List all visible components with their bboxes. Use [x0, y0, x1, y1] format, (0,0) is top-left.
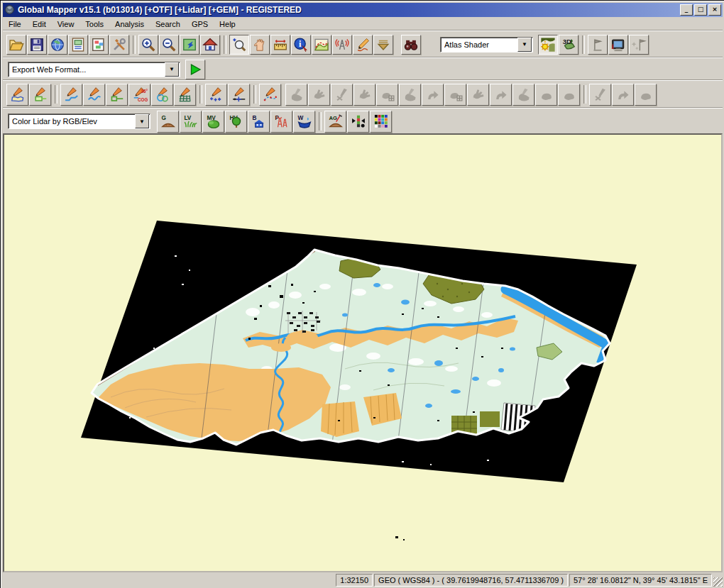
move-feature-button[interactable] [308, 84, 330, 106]
snap-feature-button[interactable] [535, 84, 557, 106]
svg-text:B: B [252, 115, 256, 121]
svg-text:3D: 3D [563, 37, 571, 45]
gps-info-button[interactable]: i [608, 35, 628, 55]
map-canvas[interactable] [3, 133, 723, 572]
hillshade-icon [540, 37, 556, 52]
copy-feature-button[interactable] [399, 84, 421, 106]
classify-high-vegetation-button[interactable]: HV [225, 111, 247, 133]
save-workspace-button[interactable] [27, 35, 47, 55]
menu-analysis[interactable]: Analysis [109, 18, 150, 30]
attribute-edit-button[interactable] [512, 84, 534, 106]
classify-low-vegetation-button[interactable]: LV [180, 111, 202, 133]
configuration-button[interactable] [109, 35, 129, 55]
open-file-button[interactable] [6, 35, 26, 55]
combo-dropdown-arrow-icon[interactable]: ▼ [517, 38, 532, 52]
zoom-out-button[interactable] [159, 35, 179, 55]
create-point-button[interactable] [205, 84, 227, 106]
export-format-combo-value: Export Web Format... [12, 65, 164, 74]
vertex-edit-button[interactable] [635, 84, 657, 106]
merge-features-button[interactable] [467, 84, 489, 106]
undo-edit-button[interactable] [589, 84, 611, 106]
create-range-ring-button[interactable] [259, 84, 281, 106]
create-grid-button[interactable] [174, 84, 196, 106]
redo-edit-button[interactable] [612, 84, 634, 106]
lidar-draw-mode-combo[interactable]: Color Lidar by RGB/Elev▼ [8, 113, 150, 129]
toolbar-separator [253, 85, 256, 104]
create-cogo-button[interactable]: 36°COGO [128, 84, 150, 106]
classify-water-button[interactable]: W [293, 111, 315, 133]
download-online-data-button[interactable] [48, 35, 67, 55]
gps-monitor-icon: i [610, 37, 626, 52]
scale-feature-button[interactable] [376, 84, 398, 106]
pen-circle-icon [155, 87, 170, 102]
close-button[interactable]: × [708, 4, 721, 16]
view-3d-button[interactable]: 3D [559, 35, 578, 55]
create-area-button[interactable] [6, 84, 28, 106]
paste-feature-button[interactable] [444, 84, 466, 106]
mark-waypoint-button[interactable] [588, 35, 608, 55]
delete-feature-button[interactable] [331, 84, 353, 106]
pan-tool-button[interactable] [250, 35, 270, 55]
lidar-building-icon: B [251, 113, 267, 129]
menu-tools[interactable]: Tools [79, 18, 109, 30]
trim-feature-button[interactable] [558, 84, 580, 106]
gps-tracking-button[interactable] [629, 35, 649, 55]
view-shed-button[interactable] [332, 35, 352, 55]
lidar-palette-icon [373, 113, 389, 129]
edit-feature-button[interactable] [285, 84, 307, 106]
home-view-button[interactable] [200, 35, 220, 55]
status-bar: 1:32150 GEO ( WGS84 ) - ( 39.7619948716,… [3, 573, 723, 587]
shader-combo[interactable]: Atlas Shader▼ [440, 37, 533, 52]
create-line-button[interactable] [60, 84, 82, 106]
resize-grip[interactable] [713, 577, 723, 587]
split-feature-button[interactable] [490, 84, 512, 106]
classify-building-button[interactable]: B [248, 111, 270, 133]
full-view-button[interactable] [180, 35, 199, 55]
measure-tool-button[interactable] [270, 35, 290, 55]
path-profile-button[interactable] [312, 35, 331, 55]
cut-feature-button[interactable] [422, 84, 444, 106]
menu-gps[interactable]: GPS [186, 18, 214, 30]
auto-classify-ground-button[interactable]: AG [324, 111, 346, 133]
minimize-button[interactable]: _ [680, 4, 693, 16]
export-format-combo[interactable]: Export Web Format...▼ [8, 62, 180, 77]
search-button[interactable] [401, 35, 421, 55]
classify-medium-vegetation-button[interactable]: MV [202, 111, 224, 133]
zoom-in-button[interactable] [138, 35, 158, 55]
create-circle-button[interactable] [151, 84, 173, 106]
hillshade-toggle[interactable] [538, 35, 558, 55]
run-export-button[interactable] [185, 60, 205, 79]
combo-dropdown-arrow-icon[interactable]: ▼ [165, 62, 179, 77]
create-box-line-button[interactable] [106, 84, 128, 106]
metadata-button[interactable] [68, 35, 88, 55]
more-tools-dropdown[interactable] [373, 35, 393, 55]
gray-arrow-turn-icon [493, 87, 509, 102]
overlay-control-button[interactable] [89, 35, 109, 55]
flag-gray-icon [590, 37, 605, 52]
create-rectangle-button[interactable] [29, 84, 51, 106]
lidar-autoground-icon: AG [328, 113, 344, 129]
classify-powerline-button[interactable]: P [270, 111, 292, 133]
lidar-color-palette-button[interactable] [370, 111, 392, 133]
combo-dropdown-arrow-icon[interactable]: ▼ [135, 114, 149, 128]
classify-ground-button[interactable]: G [157, 111, 179, 133]
menu-file[interactable]: File [3, 18, 27, 30]
cursor-coordinates-indicator: 57° 28' 16.0812" N, 39° 45' 43.1815" E [569, 574, 712, 587]
measure-icon [273, 37, 288, 52]
maximize-button[interactable]: □ [694, 4, 707, 16]
zoom-tool-button[interactable] [229, 35, 249, 55]
app-logo-icon [4, 4, 15, 16]
menu-search[interactable]: Search [150, 18, 186, 30]
digitizer-tool-button[interactable] [353, 35, 373, 55]
digitizer-icon [355, 37, 371, 52]
rotate-feature-button[interactable] [353, 84, 375, 106]
menu-view[interactable]: View [52, 18, 80, 30]
menu-edit[interactable]: Edit [27, 18, 52, 30]
toolbar-separator [583, 85, 586, 104]
create-freehand-button[interactable] [83, 84, 105, 106]
feature-info-tool-button[interactable]: i [291, 35, 311, 55]
menu-help[interactable]: Help [214, 18, 241, 30]
title-bar: Global Mapper v15.1 (b013014) [+OTF] [+L… [3, 3, 723, 17]
insert-vertex-button[interactable] [228, 84, 250, 106]
lidar-filter-button[interactable] [347, 111, 369, 133]
